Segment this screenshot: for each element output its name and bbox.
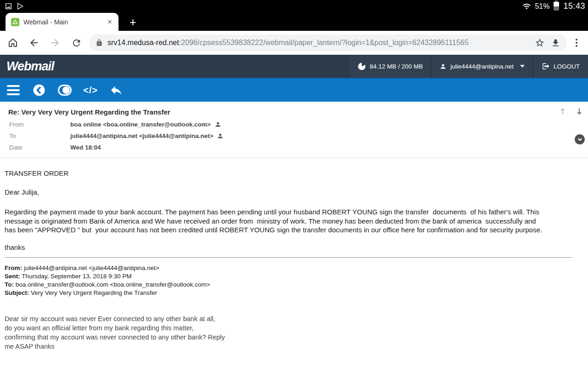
quoted-message-line: confirming that my account was never con… — [5, 333, 572, 342]
browser-toolbar: srv14.medusa-red.net:2096/cpsess55398382… — [0, 31, 588, 55]
home-button[interactable] — [5, 34, 21, 51]
webmail-favicon-icon — [11, 18, 19, 26]
clock-text: 15:43 — [563, 1, 585, 11]
menu-hamburger-icon[interactable] — [6, 83, 20, 97]
browser-tab-webmail[interactable]: Webmail - Main × — [6, 13, 119, 31]
back-to-inbox-button[interactable] — [32, 83, 46, 97]
logout-icon — [542, 62, 550, 70]
to-row: To julie4444@antipina.net <julie4444@ant… — [0, 130, 588, 142]
from-label: From — [0, 121, 70, 128]
url-text: srv14.medusa-red.net:2096/cpsess55398382… — [107, 39, 532, 47]
disk-quota-text: 84.12 MB / 200 MB — [370, 63, 423, 70]
quoted-from-line: From: julie4444@antipina.net <julie4444@… — [5, 264, 572, 272]
to-value: julie4444@antipina.net <julie4444@antipi… — [70, 132, 213, 139]
account-menu[interactable]: julie4444@antipina.net — [431, 55, 533, 78]
close-tab-icon[interactable]: × — [106, 17, 114, 27]
message-subject: Re: Very Very Very Urgent Regarding the … — [0, 102, 588, 119]
tab-title: Webmail - Main — [23, 18, 106, 26]
lock-icon — [96, 39, 103, 46]
quoted-message-text: Dear sir my account was never Ever conne… — [5, 314, 572, 351]
new-tab-button[interactable]: + — [130, 17, 136, 31]
body-salutation: Dear Julija, — [5, 188, 572, 196]
url-host: srv14.medusa-red.net — [107, 39, 179, 46]
body-paragraph: Regarding the payment made to your bank … — [5, 207, 572, 235]
browser-tab-strip: Webmail - Main × + — [0, 12, 588, 31]
quoted-sent-line: Sent: Thursday, September 13, 2018 9:30 … — [5, 272, 572, 281]
paragraph-line: Regarding the payment made to your bank … — [5, 207, 572, 217]
from-value: boa online <boa.online_transfer@outlook.… — [70, 121, 211, 128]
message-navigation — [558, 106, 584, 116]
body-title: TRANSFER ORDER — [5, 169, 572, 177]
mail-action-toolbar: </> — [0, 78, 588, 102]
battery-icon — [554, 2, 559, 11]
quoted-headers: From: julie4444@antipina.net <julie4444@… — [5, 264, 572, 297]
previous-message-arrow-icon[interactable] — [558, 106, 568, 116]
chevron-down-icon — [520, 65, 525, 68]
disk-quota: 84.12 MB / 200 MB — [349, 55, 431, 78]
contact-icon[interactable] — [215, 121, 221, 128]
reload-button[interactable] — [68, 34, 85, 51]
body-closing: thanks — [5, 243, 572, 251]
to-label: To — [0, 132, 70, 139]
contact-icon[interactable] — [217, 132, 224, 139]
quoted-message-divider — [5, 257, 572, 258]
expand-details-icon[interactable] — [575, 134, 585, 144]
url-path: :2096/cpsess5539838222/webmail/paper_lan… — [179, 39, 469, 46]
quoted-to-line: To: boa.online_transfer@outlook.com <boa… — [5, 281, 572, 289]
paragraph-line: message is originated from Bank of Ameri… — [5, 217, 572, 226]
url-bar[interactable]: srv14.medusa-red.net:2096/cpsess55398382… — [89, 34, 567, 51]
date-label: Date — [0, 144, 70, 151]
toggle-view-icon[interactable] — [58, 83, 72, 97]
logout-label: LOGOUT — [554, 63, 580, 70]
from-row: From boa online <boa.online_transfer@out… — [0, 119, 588, 130]
android-status-bar: 51% 15:43 — [0, 0, 588, 12]
reply-icon[interactable] — [109, 83, 123, 97]
disk-usage-pie-icon — [357, 62, 366, 71]
quoted-subject-line: Subject: Very Very Very Urgent Regarding… — [5, 289, 572, 297]
download-page-icon[interactable] — [548, 35, 563, 51]
view-source-icon[interactable]: </> — [84, 83, 97, 97]
next-message-arrow-icon[interactable] — [574, 106, 584, 116]
bookmark-star-icon[interactable] — [532, 35, 548, 51]
webmail-logo: Webmail — [0, 55, 349, 78]
logout-button[interactable]: LOGOUT — [533, 55, 588, 78]
forward-button-disabled[interactable] — [47, 34, 63, 51]
account-email: julie4444@antipina.net — [450, 63, 514, 70]
user-icon — [440, 63, 447, 70]
date-value: Wed 18:04 — [70, 144, 101, 151]
browser-menu-icon[interactable] — [571, 39, 582, 47]
paragraph-line: has been "APPROVED " but your account ha… — [5, 225, 572, 235]
quoted-message-line: do you want an official letter from my b… — [5, 323, 572, 333]
google-play-notification-icon — [17, 2, 24, 10]
date-row: Date Wed 18:04 — [0, 142, 588, 153]
back-button[interactable] — [26, 34, 42, 51]
quoted-message-line: me ASAP thanks — [5, 342, 572, 351]
wifi-icon — [522, 2, 531, 11]
email-body: TRANSFER ORDER Dear Julija, Regarding th… — [0, 169, 588, 351]
quoted-message-line: Dear sir my account was never Ever conne… — [5, 314, 572, 323]
message-header-panel: Re: Very Very Very Urgent Regarding the … — [0, 102, 588, 158]
battery-percent-text: 51% — [535, 2, 549, 11]
webmail-header: Webmail 84.12 MB / 200 MB julie4444@anti… — [0, 55, 588, 78]
screenshot-notification-icon — [5, 2, 12, 10]
